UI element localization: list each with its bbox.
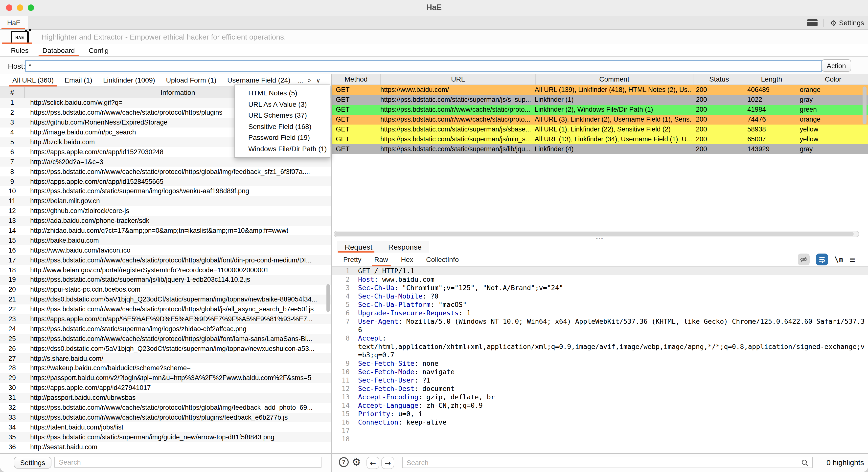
show-newlines-button[interactable]: \n xyxy=(834,255,843,264)
request-row[interactable]: GET https://pss.bdstatic.com/static/supe… xyxy=(332,134,868,144)
hide-toggle-button[interactable] xyxy=(798,254,810,265)
request-row[interactable]: GET https://pss.bdstatic.com/static/supe… xyxy=(332,95,868,105)
column-color[interactable]: Color xyxy=(798,74,868,85)
table-row[interactable]: 8 https://pss.bdstatic.com/r/www/cache/s… xyxy=(0,167,331,176)
request-table-vertical-scrollbar[interactable] xyxy=(863,87,867,124)
table-row[interactable]: 36 http://sestat.baidu.com xyxy=(0,442,331,452)
previous-match-button[interactable]: ← xyxy=(367,457,379,469)
word-wrap-button[interactable] xyxy=(816,254,828,265)
table-row[interactable]: 35 https://pss.bdstatic.com/static/super… xyxy=(0,432,331,442)
cell-length: 74476 xyxy=(743,116,796,123)
data-type-tab[interactable]: Linkfinder (1009) xyxy=(98,74,160,87)
view-mode-tab[interactable]: CollectInfo xyxy=(420,252,465,266)
chevron-down-icon[interactable]: ∨ xyxy=(316,76,320,84)
dropdown-item[interactable]: Windows File/Dir Path (1) xyxy=(235,143,330,154)
table-row[interactable]: 18 http://www.beian.gov.cn/portal/regist… xyxy=(0,265,331,275)
tab-hae[interactable]: HaE xyxy=(0,16,28,29)
column-comment[interactable]: Comment xyxy=(536,74,693,85)
table-row[interactable]: 23 https://apps.apple.com/cn/app/%E5%AE%… xyxy=(0,314,331,324)
table-row[interactable]: 22 https://pss.bdstatic.com/r/www/cache/… xyxy=(0,304,331,314)
row-url: https://apps.apple.com/cn/app/%E5%AE%9D%… xyxy=(24,315,331,323)
window-title: HaE xyxy=(0,3,868,12)
code-line: 13 Accept-Encoding: gzip, deflate, br xyxy=(332,393,868,401)
table-row[interactable]: 9 https://apps.apple.com/cn/app/id152845… xyxy=(0,176,331,186)
view-mode-tab[interactable]: Pretty xyxy=(337,252,368,266)
editor-search-input[interactable] xyxy=(403,457,812,468)
next-match-button[interactable]: → xyxy=(381,457,394,469)
data-type-tab[interactable]: Upload Form (1) xyxy=(160,74,222,87)
dropdown-item[interactable]: Sensitive Field (168) xyxy=(235,121,330,132)
settings-button[interactable]: ⚙ Settings xyxy=(830,19,864,27)
table-row[interactable]: 30 https://apps.apple.com/app/id42794101… xyxy=(0,383,331,393)
data-type-tab[interactable]: Email (1) xyxy=(59,74,98,87)
table-row[interactable]: 31 http://passport.baidu.com/ubrwsbas xyxy=(0,393,331,403)
header-value: : ?0 xyxy=(423,292,438,300)
tab-overflow-dropdown: HTML Notes (5) URL As A Value (3) URL Sc… xyxy=(235,85,330,158)
nav-tab[interactable]: Databoard xyxy=(36,44,82,56)
left-search-input[interactable] xyxy=(54,457,321,468)
help-icon[interactable]: ? xyxy=(339,457,349,467)
table-row[interactable]: 13 https://ada.baidu.com/phone-tracker/s… xyxy=(0,216,331,226)
table-settings-button[interactable]: Settings xyxy=(14,457,52,469)
cell-color: gray xyxy=(796,145,868,153)
row-index: 25 xyxy=(0,335,24,342)
request-editor[interactable]: 1 GET / HTTP/1.1 2 Host: www.baidu.com 3… xyxy=(332,267,868,454)
request-row[interactable]: GET https://pss.bdstatic.com/static/supe… xyxy=(332,124,868,134)
table-row[interactable]: 7 http://a/c%20d?a=1&c=3 xyxy=(0,157,331,167)
tab-overflow-ellipsis[interactable]: ... xyxy=(298,76,303,84)
column-index[interactable]: # xyxy=(0,87,25,98)
row-index: 7 xyxy=(0,158,24,166)
header-value: : 1 xyxy=(459,309,471,317)
table-row[interactable]: 15 https://baike.baidu.com xyxy=(0,236,331,245)
nav-tab[interactable]: Rules xyxy=(4,44,36,56)
table-row[interactable]: 19 https://pss.bdstatic.com/static/super… xyxy=(0,275,331,285)
table-row[interactable]: 32 https://pss.bdstatic.com/r/www/cache/… xyxy=(0,403,331,412)
table-row[interactable]: 14 http://zhidao.baidu.com/q?ct=17&amp;p… xyxy=(0,226,331,236)
view-mode-tab[interactable]: Raw xyxy=(368,252,395,266)
table-row[interactable]: 21 https://dss0.bdstatic.com/5aV1bjqh_Q2… xyxy=(0,295,331,304)
table-row[interactable]: 26 https://dss0.bdstatic.com/5aV1bjqh_Q2… xyxy=(0,344,331,353)
table-row[interactable]: 17 https://pss.bdstatic.com/r/www/cache/… xyxy=(0,255,331,265)
table-row[interactable]: 27 http://s.share.baidu.com/ xyxy=(0,353,331,363)
table-row[interactable]: 25 https://pss.bdstatic.com/r/www/cache/… xyxy=(0,334,331,344)
request-table-body: GET https://www.baidu.com/ All URL (139)… xyxy=(332,85,868,154)
message-tab[interactable]: Request xyxy=(337,241,380,252)
request-row[interactable]: GET https://pss.bdstatic.com/r/www/cache… xyxy=(332,105,868,115)
dropdown-item[interactable]: URL Schemes (37) xyxy=(235,110,330,121)
view-mode-tab[interactable]: Hex xyxy=(395,252,420,266)
dropdown-item[interactable]: Password Field (19) xyxy=(235,132,330,143)
scrollbar-thumb[interactable] xyxy=(335,232,854,236)
table-row[interactable]: 24 https://pss.bdstatic.com/static/super… xyxy=(0,324,331,334)
dropdown-item[interactable]: URL As A Value (3) xyxy=(235,99,330,110)
table-row[interactable]: 12 https://github.com/zloirock/core-js xyxy=(0,206,331,216)
column-method[interactable]: Method xyxy=(332,74,381,85)
message-tab[interactable]: Response xyxy=(380,241,430,252)
table-row[interactable]: 33 https://pss.bdstatic.com/r/www/cache/… xyxy=(0,412,331,422)
request-row[interactable]: GET https://www.baidu.com/ All URL (139)… xyxy=(332,85,868,95)
column-url[interactable]: URL xyxy=(381,74,536,85)
table-row[interactable]: 11 https://beian.miit.gov.cn xyxy=(0,196,331,206)
host-input[interactable] xyxy=(25,60,822,72)
table-row[interactable]: 10 https://pss.bdstatic.com/static/super… xyxy=(0,186,331,196)
chevron-right-icon[interactable]: > xyxy=(308,76,311,84)
nav-tab[interactable]: Config xyxy=(82,44,116,56)
header-value: : "Chromium";v="125", "Not.A/Brand";v="2… xyxy=(394,284,563,292)
editor-settings-gear-icon[interactable]: ⚙ xyxy=(352,456,361,469)
table-row[interactable]: 20 https://ppui-static-pc.cdn.bcebos.com xyxy=(0,285,331,295)
table-row[interactable]: 28 https://wakeup.baidu.com/baidudict/sc… xyxy=(0,363,331,373)
action-button[interactable]: Action xyxy=(822,59,851,72)
table-row[interactable]: 29 https://passport.baidu.com/v2/?login&… xyxy=(0,373,331,383)
dropdown-item[interactable]: HTML Notes (5) xyxy=(235,88,330,99)
search-icon[interactable] xyxy=(801,459,809,467)
window-layout-icon[interactable] xyxy=(807,19,817,26)
column-status[interactable]: Status xyxy=(693,74,745,85)
cell-method: GET xyxy=(332,145,380,153)
editor-menu-icon[interactable]: ≡ xyxy=(850,255,855,264)
column-length[interactable]: Length xyxy=(745,74,798,85)
request-row[interactable]: GET https://pss.bdstatic.com/r/www/cache… xyxy=(332,114,868,124)
table-row[interactable]: 34 https://talent.baidu.com/jobs/list xyxy=(0,422,331,432)
request-row[interactable]: GET https://pss.bdstatic.com/static/supe… xyxy=(332,144,868,154)
data-type-tab[interactable]: All URL (360) xyxy=(7,74,59,87)
table-row[interactable]: 16 https://www.baidu.com/favicon.ico xyxy=(0,245,331,255)
left-vertical-scrollbar[interactable] xyxy=(327,284,330,312)
